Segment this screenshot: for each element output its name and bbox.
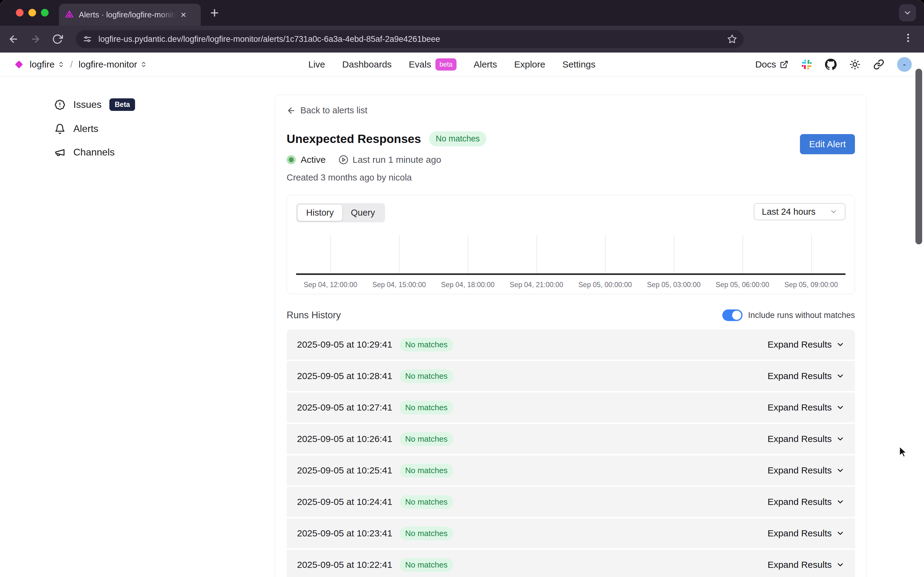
run-row[interactable]: 2025-09-05 at 10:23:41No matches Expand … (287, 518, 855, 548)
nav-live[interactable]: Live (308, 59, 325, 69)
project-name: logfire-monitor (79, 59, 137, 69)
close-window-button[interactable] (16, 9, 24, 16)
expand-results-button[interactable]: Expand Results (768, 371, 845, 381)
chevron-down-icon (836, 435, 845, 443)
expand-results-button[interactable]: Expand Results (768, 528, 845, 538)
run-row[interactable]: 2025-09-05 at 10:25:41No matches Expand … (287, 455, 855, 485)
edit-alert-button[interactable]: Edit Alert (800, 134, 855, 154)
expand-results-label: Expand Results (768, 496, 832, 507)
expand-results-button[interactable]: Expand Results (768, 402, 845, 413)
nav-settings[interactable]: Settings (562, 59, 595, 69)
forward-button[interactable] (30, 34, 41, 45)
avatar-label: - (903, 59, 906, 69)
runs-history-heading: Runs History (287, 310, 341, 321)
maximize-window-button[interactable] (41, 9, 48, 16)
sidebar-item-label: Alerts (73, 123, 98, 134)
sidebar-item-label: Issues (73, 99, 102, 110)
include-runs-toggle[interactable] (722, 309, 742, 321)
run-row[interactable]: 2025-09-05 at 10:29:41No matches Expand … (287, 330, 855, 359)
tab-search-chevron-icon[interactable] (899, 4, 916, 21)
run-match-badge: No matches (400, 464, 453, 477)
nav-evals[interactable]: Evals beta (409, 58, 456, 71)
nav-label: Live (308, 59, 325, 69)
runs-history-header: Runs History Include runs without matche… (287, 309, 855, 321)
chevron-down-icon (836, 372, 845, 380)
nav-dashboards[interactable]: Dashboards (342, 59, 392, 69)
runs-list: 2025-09-05 at 10:29:41No matches Expand … (287, 330, 855, 577)
time-range-value: Last 24 hours (762, 207, 816, 217)
github-icon[interactable] (825, 59, 837, 70)
history-chart (296, 231, 845, 274)
tab-query[interactable]: Query (342, 205, 384, 221)
nav-alerts[interactable]: Alerts (474, 59, 497, 69)
nav-explore[interactable]: Explore (514, 59, 545, 69)
org-selector[interactable]: logfire (30, 59, 65, 69)
history-query-tabs: History Query (296, 203, 385, 222)
back-link-label: Back to alerts list (300, 105, 367, 116)
expand-results-button[interactable]: Expand Results (768, 339, 845, 350)
beta-badge: beta (435, 58, 456, 71)
expand-results-label: Expand Results (768, 465, 832, 475)
page-scrollbar[interactable] (916, 69, 922, 244)
project-selector[interactable]: logfire-monitor (79, 59, 147, 69)
last-run-label: Last run 1 minute ago (353, 155, 441, 165)
back-to-alerts-link[interactable]: Back to alerts list (287, 105, 367, 116)
run-timestamp: 2025-09-05 at 10:26:41 (297, 434, 392, 444)
time-range-select[interactable]: Last 24 hours (754, 203, 845, 220)
refresh-button[interactable] (52, 34, 63, 45)
chevrons-up-down-icon (58, 61, 65, 68)
sidebar-item-alerts[interactable]: Alerts (55, 123, 135, 134)
url-text: logfire-us.pydantic.dev/logfire/logfire-… (98, 34, 721, 44)
expand-results-button[interactable]: Expand Results (768, 465, 845, 475)
run-row[interactable]: 2025-09-05 at 10:26:41No matches Expand … (287, 424, 855, 454)
expand-results-button[interactable]: Expand Results (768, 559, 845, 570)
expand-results-label: Expand Results (768, 339, 832, 350)
megaphone-icon (55, 147, 65, 158)
sidebar-item-channels[interactable]: Channels (55, 147, 135, 158)
chevron-down-icon (836, 498, 845, 506)
main-nav: Live Dashboards Evals beta Alerts Explor… (308, 58, 595, 71)
window-controls (16, 9, 48, 16)
tab-close-icon[interactable]: × (181, 10, 186, 19)
minimize-window-button[interactable] (28, 9, 36, 16)
issue-seal-icon (55, 99, 65, 110)
chevron-down-icon (836, 529, 845, 538)
toggle-label: Include runs without matches (748, 311, 855, 320)
active-status: Active (287, 155, 326, 165)
user-avatar[interactable]: - (897, 57, 912, 72)
site-settings-icon[interactable] (82, 34, 92, 44)
run-row[interactable]: 2025-09-05 at 10:28:41No matches Expand … (287, 361, 855, 391)
tab-history[interactable]: History (298, 205, 342, 221)
run-row[interactable]: 2025-09-05 at 10:27:41No matches Expand … (287, 393, 855, 422)
chevron-down-icon (830, 208, 837, 216)
nav-label: Settings (562, 59, 595, 69)
new-tab-button[interactable]: + (210, 5, 219, 20)
docs-link[interactable]: Docs (755, 59, 789, 69)
play-circle-icon (339, 155, 348, 164)
run-row[interactable]: 2025-09-05 at 10:24:41No matches Expand … (287, 487, 855, 517)
logfire-logo-icon (13, 58, 25, 71)
back-button[interactable] (8, 34, 19, 45)
tab-title: Alerts · logfire/logfire-monitor (79, 10, 176, 19)
browser-tab[interactable]: Alerts · logfire/logfire-monitor × (59, 4, 201, 26)
breadcrumb: logfire / logfire-monitor (13, 58, 147, 71)
theme-toggle-sun-icon[interactable] (850, 59, 860, 70)
expand-results-button[interactable]: Expand Results (768, 434, 845, 444)
sidebar-item-issues[interactable]: Issues Beta (55, 98, 135, 111)
share-link-icon[interactable] (873, 59, 884, 70)
docs-label: Docs (755, 59, 776, 69)
address-bar[interactable]: logfire-us.pydantic.dev/logfire/logfire-… (76, 30, 744, 48)
expand-results-button[interactable]: Expand Results (768, 496, 845, 507)
mouse-cursor (897, 445, 909, 459)
run-match-badge: No matches (400, 432, 453, 446)
slack-icon[interactable] (801, 59, 812, 70)
sidebar-item-label: Channels (73, 147, 114, 158)
alert-title-row: Unexpected Responses No matches (287, 131, 855, 146)
browser-menu-icon[interactable] (903, 32, 914, 44)
run-timestamp: 2025-09-05 at 10:24:41 (297, 496, 392, 507)
last-run-status: Last run 1 minute ago (339, 155, 441, 165)
run-match-badge: No matches (400, 369, 453, 383)
run-match-badge: No matches (400, 558, 453, 572)
run-row[interactable]: 2025-09-05 at 10:22:41No matches Expand … (287, 550, 855, 577)
bookmark-star-icon[interactable] (727, 34, 737, 44)
